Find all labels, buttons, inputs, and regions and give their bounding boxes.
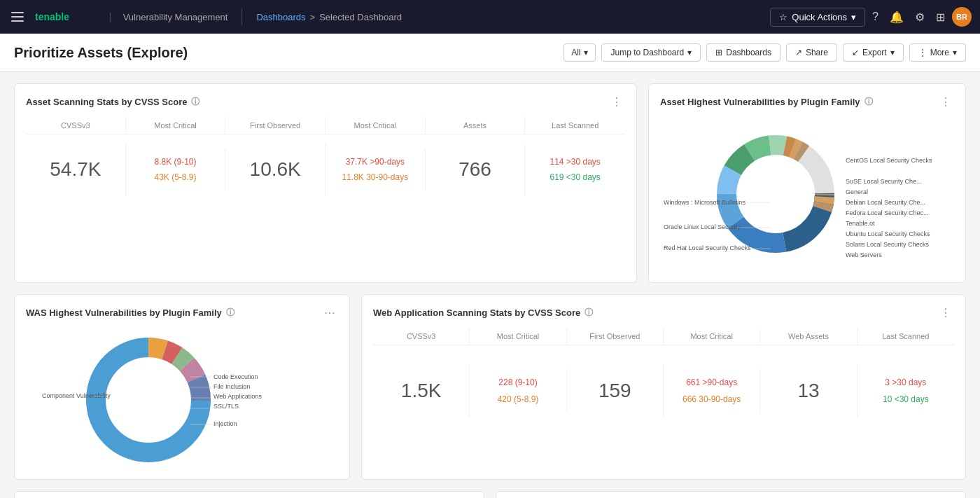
widget4-info-icon[interactable]: ⓘ [584, 307, 593, 319]
widget4-menu-button[interactable]: ⋮ [937, 306, 954, 319]
w4-most-critical-top: 228 (9-10) [472, 378, 563, 387]
settings-button[interactable]: ⚙ [911, 6, 929, 28]
svg-text:Web Servers: Web Servers [846, 251, 882, 258]
widget2-info-icon[interactable]: ⓘ [864, 96, 873, 108]
gear-icon: ⚙ [915, 11, 925, 24]
share-icon: ↗ [795, 48, 802, 57]
help-button[interactable]: ? [868, 6, 883, 27]
product-name: Vulnerability Management [123, 12, 228, 22]
cvssv3-big-number: 54.7K [29, 151, 122, 188]
main-content: Asset Scanning Stats by CVSS Score ⓘ ⋮ C… [0, 72, 980, 498]
bell-icon: 🔔 [890, 11, 904, 24]
nav-actions: ☆ Quick Actions ▾ ? 🔔 ⚙ ⊞ BR [770, 6, 972, 28]
breadcrumb: Dashboards > Selected Dashboard [256, 12, 402, 22]
web-app-scanning-stats-widget: Web Application Scanning Stats by CVSS S… [361, 294, 966, 480]
w4-web-assets: 13 [760, 364, 857, 417]
w4-col-web-assets: Web Assets [760, 328, 857, 345]
col-header-last-scanned: Last Scanned [525, 117, 625, 134]
export-chevron: ▾ [890, 48, 895, 57]
widget1-col-headers: CVSSv3 Most Critical First Observed Most… [26, 117, 625, 134]
svg-point-35 [106, 358, 190, 442]
col-header-most-critical-1: Most Critical [126, 117, 226, 134]
asset-vuln-plugin-family-widget: Asset Highest Vulnerabilities by Plugin … [648, 83, 966, 283]
widget4-header: Web Application Scanning Stats by CVSS S… [373, 306, 954, 319]
last-scanned-top: 114 >30 days [528, 157, 622, 167]
w4-first-obs-top: 661 >90-days [666, 378, 757, 387]
svg-text:Solaris Local Security Checks: Solaris Local Security Checks [846, 241, 930, 248]
breadcrumb-current: Selected Dashboard [319, 12, 402, 22]
widget2-chart: Windows : Microsoft Bulletins Oracle Lin… [660, 117, 954, 271]
widget3-header: WAS Highest Vulnerabilities by Plugin Fa… [26, 306, 338, 319]
export-label: Export [862, 48, 887, 57]
help-icon: ? [872, 11, 878, 23]
first-obs-bottom: 11.8K 30-90-days [328, 172, 422, 182]
dashboard-row-1: Asset Scanning Stats by CVSS Score ⓘ ⋮ C… [14, 83, 966, 283]
quick-actions-chevron: ▾ [851, 12, 856, 22]
svg-text:Code Execution: Code Execution [214, 373, 258, 380]
plugin-family-donut-chart: Windows : Microsoft Bulletins Oracle Lin… [660, 124, 954, 264]
w4-first-obs-bottom: 666 30-90-days [666, 394, 757, 404]
first-observed-value: 10.6K [225, 143, 326, 196]
dashboards-button[interactable]: ⊞ Dashboards [706, 43, 780, 62]
svg-text:SuSE Local Security Che...: SuSE Local Security Che... [846, 178, 922, 185]
cvssv3-value: 54.7K [26, 143, 126, 196]
col-header-cvssv3: CVSSv3 [26, 117, 126, 134]
breadcrumb-parent[interactable]: Dashboards [256, 12, 305, 22]
notifications-button[interactable]: 🔔 [886, 6, 908, 28]
more-dots-icon: ⋮ [918, 48, 927, 57]
cloud-resource-risk-factor-widget: Cloud Resource by Risk Factor ⓘ ⋮ [496, 491, 966, 498]
dashboard-row-2: WAS Highest Vulnerabilities by Plugin Fa… [14, 294, 966, 480]
apps-button[interactable]: ⊞ [932, 6, 949, 28]
filter-all-button[interactable]: All ▾ [564, 43, 596, 62]
svg-text:General: General [846, 188, 868, 195]
more-label: More [930, 48, 949, 57]
breadcrumb-separator: > [310, 12, 316, 22]
dashboards-icon: ⊞ [715, 48, 722, 57]
page-header: Prioritize Assets (Explore) All ▾ Jump t… [0, 34, 980, 72]
widget1-info-icon[interactable]: ⓘ [191, 96, 200, 108]
avatar-initials: BR [956, 13, 967, 21]
toolbar: All ▾ Jump to Dashboard ▾ ⊞ Dashboards ↗… [564, 43, 966, 62]
svg-text:Debian Local Security Che...: Debian Local Security Che... [846, 199, 925, 206]
widget2-menu-button[interactable]: ⋮ [937, 95, 954, 109]
cloud-resources-scanning-widget: Cloud Resources Scanning Stats ⓘ ⋮ Risk … [14, 491, 484, 498]
first-obs-top: 37.7K >90-days [328, 157, 422, 167]
w4-big-number: 1.5K [376, 373, 466, 409]
svg-text:Component Vulnerability: Component Vulnerability [42, 392, 111, 399]
svg-text:File Inclusion: File Inclusion [214, 383, 251, 390]
was-donut-chart: Component Vulnerability Code Execution F… [40, 331, 320, 464]
widget3-menu-button[interactable]: ⋯ [321, 306, 338, 319]
w4-col-cvssv3: CVSSv3 [373, 328, 470, 345]
widget3-chart: Component Vulnerability Code Execution F… [26, 328, 338, 468]
col-header-first-observed: First Observed [225, 117, 326, 134]
hamburger-menu[interactable] [8, 9, 27, 25]
grid-icon: ⊞ [936, 11, 945, 24]
assets-value: 766 [426, 143, 526, 196]
col-header-assets: Assets [426, 117, 526, 134]
jump-chevron: ▾ [687, 48, 692, 57]
share-button[interactable]: ↗ Share [786, 43, 837, 62]
w4-col-last-scanned: Last Scanned [858, 328, 954, 345]
widget3-info-icon[interactable]: ⓘ [226, 307, 234, 319]
w4-col-most-critical-1: Most Critical [470, 328, 566, 345]
svg-text:Fedora Local Security Chec...: Fedora Local Security Chec... [846, 209, 929, 216]
w4-first-obs-big: 159 [570, 373, 660, 409]
was-vuln-plugin-family-widget: WAS Highest Vulnerabilities by Plugin Fa… [14, 294, 350, 480]
most-critical-top: 8.8K (9-10) [129, 157, 223, 167]
widget1-menu-button[interactable]: ⋮ [608, 95, 625, 109]
user-avatar[interactable]: BR [952, 7, 972, 27]
more-button[interactable]: ⋮ More ▾ [909, 43, 966, 62]
first-obs-big: 10.6K [228, 151, 322, 188]
w4-first-observed: 159 [567, 364, 664, 417]
jump-to-dashboard-button[interactable]: Jump to Dashboard ▾ [601, 43, 701, 62]
widget4-col-headers: CVSSv3 Most Critical First Observed Most… [373, 328, 954, 345]
svg-text:Tenable.ot: Tenable.ot [846, 220, 875, 227]
svg-text:Red Hat Local Security Checks: Red Hat Local Security Checks [664, 244, 751, 251]
widget4-title: Web Application Scanning Stats by CVSS S… [373, 307, 593, 319]
quick-actions-button[interactable]: ☆ Quick Actions ▾ [770, 8, 865, 27]
star-icon: ☆ [779, 12, 788, 22]
last-scanned-value: 114 >30 days 619 <30 days [525, 148, 625, 191]
most-critical-2-value: 37.7K >90-days 11.8K 30-90-days [326, 148, 426, 191]
dashboard-row-3: Cloud Resources Scanning Stats ⓘ ⋮ Risk … [14, 491, 966, 498]
export-button[interactable]: ↙ Export ▾ [843, 43, 904, 62]
